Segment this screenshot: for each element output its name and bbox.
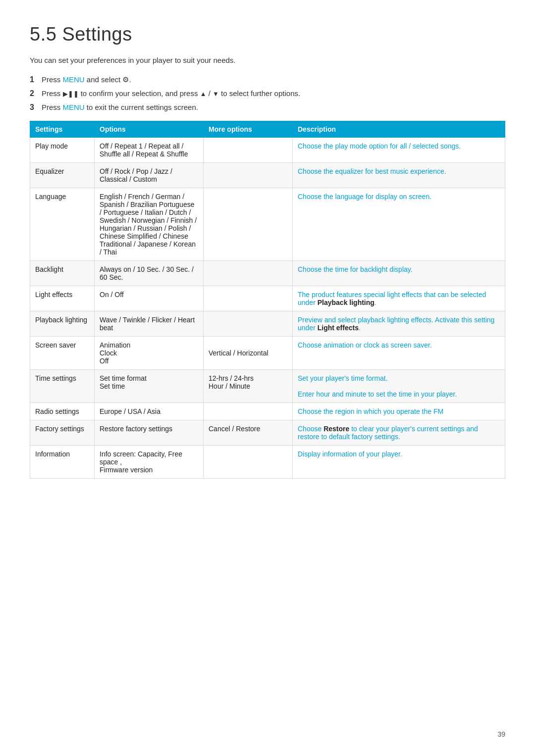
th-options: Options bbox=[95, 121, 204, 138]
step-3: 3 Press MENU to exit the current setting… bbox=[30, 103, 505, 112]
step-1-number: 1 bbox=[30, 75, 42, 84]
table-row: Radio settings Europe / USA / Asia Choos… bbox=[30, 403, 505, 420]
setting-options: Off / Repeat 1 / Repeat all / Shuffle al… bbox=[95, 138, 204, 163]
page-number: 39 bbox=[497, 730, 505, 738]
step-1: 1 Press MENU and select ⚙. bbox=[30, 75, 505, 84]
setting-desc: The product features special light effec… bbox=[293, 286, 505, 311]
setting-more bbox=[204, 188, 293, 261]
setting-more: Vertical / Horizontal bbox=[204, 337, 293, 370]
setting-name: Play mode bbox=[30, 138, 95, 163]
setting-more bbox=[204, 261, 293, 286]
table-row: Factory settings Restore factory setting… bbox=[30, 420, 505, 446]
gear-icon: ⚙ bbox=[122, 75, 129, 84]
step-2-number: 2 bbox=[30, 89, 42, 98]
setting-options: Wave / Twinkle / Flicker / Heart beat bbox=[95, 311, 204, 337]
step-3-number: 3 bbox=[30, 103, 42, 112]
setting-desc: Choose the region in which you operate t… bbox=[293, 403, 505, 420]
step-2: 2 Press ▶❚❚ to confirm your selection, a… bbox=[30, 89, 505, 98]
setting-desc: Choose the equalizer for best music expe… bbox=[293, 163, 505, 188]
setting-more: Cancel / Restore bbox=[204, 420, 293, 446]
setting-options: Info screen: Capacity, Free space ,Firmw… bbox=[95, 446, 204, 479]
setting-name: Light effects bbox=[30, 286, 95, 311]
setting-name: Equalizer bbox=[30, 163, 95, 188]
step-3-text: Press MENU to exit the current settings … bbox=[42, 103, 505, 111]
th-description: Description bbox=[293, 121, 505, 138]
table-row: Screen saver AnimationClockOff Vertical … bbox=[30, 337, 505, 370]
menu-keyword-2: MENU bbox=[63, 103, 85, 111]
setting-more bbox=[204, 163, 293, 188]
setting-options: Off / Rock / Pop / Jazz / Classical / Cu… bbox=[95, 163, 204, 188]
setting-name: Playback lighting bbox=[30, 311, 95, 337]
table-header-row: Settings Options More options Descriptio… bbox=[30, 121, 505, 138]
setting-more: 12-hrs / 24-hrsHour / Minute bbox=[204, 370, 293, 403]
setting-options: English / French / German / Spanish / Br… bbox=[95, 188, 204, 261]
setting-desc: Choose the language for display on scree… bbox=[293, 188, 505, 261]
step-1-text: Press MENU and select ⚙. bbox=[42, 75, 505, 84]
setting-options: Set time formatSet time bbox=[95, 370, 204, 403]
table-row: Time settings Set time formatSet time 12… bbox=[30, 370, 505, 403]
setting-desc: Display information of your player. bbox=[293, 446, 505, 479]
setting-name: Information bbox=[30, 446, 95, 479]
setting-name: Backlight bbox=[30, 261, 95, 286]
setting-more bbox=[204, 311, 293, 337]
setting-options: Restore factory settings bbox=[95, 420, 204, 446]
setting-name: Screen saver bbox=[30, 337, 95, 370]
setting-name: Language bbox=[30, 188, 95, 261]
setting-options: On / Off bbox=[95, 286, 204, 311]
setting-options: AnimationClockOff bbox=[95, 337, 204, 370]
setting-options: Always on / 10 Sec. / 30 Sec. / 60 Sec. bbox=[95, 261, 204, 286]
table-row: Backlight Always on / 10 Sec. / 30 Sec. … bbox=[30, 261, 505, 286]
table-row: Information Info screen: Capacity, Free … bbox=[30, 446, 505, 479]
setting-desc: Preview and select playback lighting eff… bbox=[293, 311, 505, 337]
settings-table: Settings Options More options Descriptio… bbox=[30, 121, 505, 479]
down-arrow-icon: ▼ bbox=[213, 90, 219, 98]
setting-name: Radio settings bbox=[30, 403, 95, 420]
th-settings: Settings bbox=[30, 121, 95, 138]
setting-options: Europe / USA / Asia bbox=[95, 403, 204, 420]
setting-more bbox=[204, 446, 293, 479]
table-row: Play mode Off / Repeat 1 / Repeat all / … bbox=[30, 138, 505, 163]
setting-desc: Choose Restore to clear your player's cu… bbox=[293, 420, 505, 446]
setting-more bbox=[204, 403, 293, 420]
th-more-options: More options bbox=[204, 121, 293, 138]
setting-name: Factory settings bbox=[30, 420, 95, 446]
up-arrow-icon: ▲ bbox=[200, 90, 207, 98]
step-2-text: Press ▶❚❚ to confirm your selection, and… bbox=[42, 89, 505, 98]
setting-desc: Set your player's time format.Enter hour… bbox=[293, 370, 505, 403]
table-row: Language English / French / German / Spa… bbox=[30, 188, 505, 261]
table-row: Playback lighting Wave / Twinkle / Flick… bbox=[30, 311, 505, 337]
page-title: 5.5 Settings bbox=[30, 24, 505, 45]
table-row: Light effects On / Off The product featu… bbox=[30, 286, 505, 311]
setting-desc: Choose animation or clock as screen save… bbox=[293, 337, 505, 370]
setting-more bbox=[204, 138, 293, 163]
setting-desc: Choose the time for backlight display. bbox=[293, 261, 505, 286]
intro-text: You can set your preferences in your pla… bbox=[30, 56, 505, 64]
playpause-icon: ▶❚❚ bbox=[63, 90, 79, 98]
setting-name: Time settings bbox=[30, 370, 95, 403]
table-row: Equalizer Off / Rock / Pop / Jazz / Clas… bbox=[30, 163, 505, 188]
setting-more bbox=[204, 286, 293, 311]
steps-list: 1 Press MENU and select ⚙. 2 Press ▶❚❚ t… bbox=[30, 75, 505, 112]
menu-keyword-1: MENU bbox=[63, 75, 85, 84]
setting-desc: Choose the play mode option for all / se… bbox=[293, 138, 505, 163]
